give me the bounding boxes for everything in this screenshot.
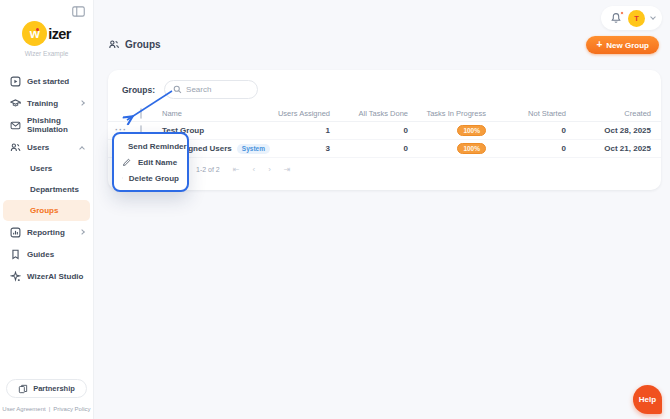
menu-item-delete-group[interactable]: Delete Group bbox=[114, 170, 187, 186]
menu-item-send-reminder[interactable]: Send Reminder bbox=[114, 138, 187, 154]
privacy-policy-link[interactable]: Privacy Policy bbox=[53, 406, 90, 412]
phishing-icon bbox=[10, 120, 21, 131]
get-started-icon bbox=[10, 76, 21, 87]
progress-badge: 100% bbox=[457, 125, 486, 136]
user-agreement-link[interactable]: User Agreement bbox=[2, 406, 45, 412]
search-icon bbox=[173, 85, 182, 94]
menu-item-label: Send Reminder bbox=[128, 142, 187, 151]
chevron-right-icon bbox=[79, 229, 85, 235]
account-name: Wizer Example bbox=[25, 50, 69, 57]
chevron-up-icon bbox=[79, 146, 85, 152]
partnership-label: Partnership bbox=[33, 384, 75, 393]
chevron-right-icon bbox=[79, 100, 85, 106]
groups-icon bbox=[108, 39, 120, 50]
not-started-value: 0 bbox=[498, 126, 578, 135]
reporting-icon bbox=[10, 227, 21, 238]
created-value: Oct 21, 2025 bbox=[578, 144, 661, 153]
users-icon bbox=[10, 142, 21, 153]
column-not-started[interactable]: Not Started bbox=[498, 109, 578, 118]
select-all-checkbox[interactable] bbox=[140, 108, 142, 119]
sidebar-item-label: Departments bbox=[30, 185, 79, 194]
progress-badge: 100% bbox=[457, 143, 486, 154]
training-icon bbox=[10, 98, 21, 109]
sidebar-item-label: Users bbox=[30, 164, 52, 173]
sidebar-subitem-departments[interactable]: Departments bbox=[0, 179, 93, 200]
sidebar: w izer Wizer Example Get started Trainin… bbox=[0, 0, 94, 419]
guides-icon bbox=[10, 249, 21, 260]
pagination-range: 1-2 of 2 bbox=[196, 166, 220, 173]
sidebar-item-users[interactable]: Users bbox=[0, 136, 93, 158]
notifications-bell-icon[interactable] bbox=[610, 12, 622, 24]
table-header: Name Users Assigned All Tasks Done Tasks… bbox=[108, 106, 661, 122]
sidebar-subitem-groups[interactable]: Groups bbox=[3, 200, 90, 221]
prev-page-icon[interactable]: ‹ bbox=[252, 165, 255, 174]
menu-item-edit-name[interactable]: Edit Name bbox=[114, 154, 187, 170]
last-page-icon[interactable]: ⇥ bbox=[284, 165, 291, 174]
table-row-unassigned-users: ··· Unassigned Users System 3 0 100% 0 O… bbox=[108, 140, 661, 158]
sidebar-item-reporting[interactable]: Reporting bbox=[0, 221, 93, 243]
sidebar-subitem-users[interactable]: Users bbox=[0, 158, 93, 179]
groups-card: Groups: Name Users Assigned All Tasks Do… bbox=[108, 70, 661, 190]
column-created[interactable]: Created bbox=[578, 109, 661, 118]
menu-item-label: Edit Name bbox=[138, 158, 177, 167]
sidebar-collapse-icon[interactable] bbox=[72, 6, 86, 18]
table-row-test-group: ··· Test Group 1 0 100% 0 Oct 28, 2025 bbox=[108, 122, 661, 140]
menu-item-label: Delete Group bbox=[129, 174, 179, 183]
sidebar-item-label: Guides bbox=[27, 250, 54, 259]
wizer-logo[interactable]: w izer bbox=[22, 21, 71, 46]
column-tasks-in-progress[interactable]: Tasks In Progress bbox=[420, 109, 498, 118]
sidebar-item-label: Reporting bbox=[27, 228, 65, 237]
column-name[interactable]: Name bbox=[162, 109, 262, 118]
main-content: T + New Group Groups Groups: Name bbox=[94, 0, 670, 419]
page-title: Groups bbox=[108, 39, 161, 50]
partnership-icon bbox=[18, 384, 28, 394]
all-tasks-done-value: 0 bbox=[342, 144, 420, 153]
sidebar-item-label: Phishing Simulation bbox=[27, 116, 84, 134]
partnership-button[interactable]: Partnership bbox=[6, 379, 87, 398]
sidebar-item-phishing-simulation[interactable]: Phishing Simulation bbox=[0, 114, 93, 136]
chevron-down-icon bbox=[650, 14, 656, 20]
sidebar-item-label: WizerAI Studio bbox=[27, 272, 83, 281]
plus-icon: + bbox=[596, 40, 602, 50]
sidebar-item-label: Training bbox=[27, 99, 58, 108]
created-value: Oct 28, 2025 bbox=[578, 126, 661, 135]
pencil-icon bbox=[122, 157, 132, 167]
sidebar-item-wizerai-studio[interactable]: WizerAI Studio bbox=[0, 265, 93, 287]
wizer-logo-icon: w bbox=[22, 21, 47, 46]
sidebar-item-guides[interactable]: Guides bbox=[0, 243, 93, 265]
legal-divider: | bbox=[49, 406, 51, 412]
users-assigned-value: 1 bbox=[262, 126, 342, 135]
next-page-icon[interactable]: › bbox=[268, 165, 271, 174]
help-button[interactable]: Help bbox=[633, 385, 662, 414]
avatar[interactable]: T bbox=[628, 10, 645, 27]
account-menu[interactable]: T bbox=[601, 6, 662, 30]
wizer-logo-text: izer bbox=[48, 26, 71, 42]
groups-filter-label: Groups: bbox=[122, 85, 155, 95]
all-tasks-done-value: 0 bbox=[342, 126, 420, 135]
sidebar-item-training[interactable]: Training bbox=[0, 92, 93, 114]
page-title-label: Groups bbox=[125, 39, 161, 50]
sidebar-item-label: Users bbox=[27, 143, 49, 152]
search-input[interactable] bbox=[186, 85, 248, 94]
sidebar-item-get-started[interactable]: Get started bbox=[0, 70, 93, 92]
users-assigned-value: 3 bbox=[262, 144, 342, 153]
not-started-value: 0 bbox=[498, 144, 578, 153]
legal-links: User Agreement | Privacy Policy bbox=[2, 406, 90, 412]
sidebar-item-label: Groups bbox=[30, 206, 58, 215]
new-group-label: New Group bbox=[606, 41, 649, 50]
row-context-menu: Send Reminder Edit Name Delete Group bbox=[112, 132, 189, 192]
search-box[interactable] bbox=[164, 80, 258, 99]
notification-dot bbox=[620, 11, 624, 15]
sidebar-nav: Get started Training Phishing Simulation… bbox=[0, 70, 93, 287]
pagination: 1-2 of 2 ⇤ ‹ › ⇥ bbox=[108, 158, 661, 174]
first-page-icon[interactable]: ⇤ bbox=[233, 165, 240, 174]
column-users-assigned[interactable]: Users Assigned bbox=[262, 109, 342, 118]
column-all-tasks-done[interactable]: All Tasks Done bbox=[342, 109, 420, 118]
trash-icon bbox=[122, 173, 123, 183]
sparkle-icon bbox=[10, 271, 21, 282]
new-group-button[interactable]: + New Group bbox=[586, 36, 659, 54]
sidebar-item-label: Get started bbox=[27, 77, 69, 86]
